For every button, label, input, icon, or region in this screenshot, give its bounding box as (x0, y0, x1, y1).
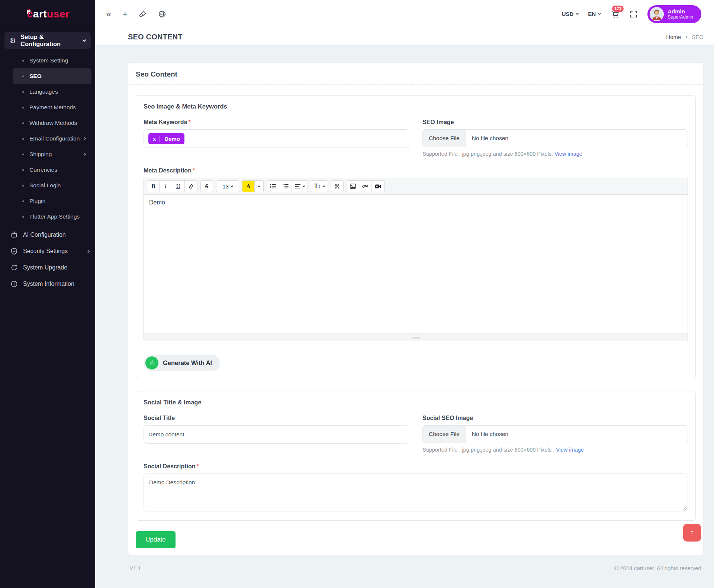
breadcrumb-current: SEO (692, 34, 704, 40)
resize-grip-icon (412, 336, 420, 339)
editor-resize-bar[interactable] (144, 333, 688, 341)
breadcrumb: Home SEO (666, 34, 704, 40)
social-title-input[interactable] (144, 425, 409, 444)
keyword-tag-text: Demo (160, 136, 180, 142)
update-button[interactable]: Update (136, 531, 176, 548)
section-seo-image-meta-keywords: Seo Image & Meta Keywords Meta Keywords*… (136, 95, 696, 379)
editor-fullscreen-button[interactable] (331, 180, 344, 192)
keyword-tag: x Demo (148, 133, 184, 144)
italic-button[interactable]: I (160, 180, 172, 192)
currency-value: USD (562, 11, 574, 17)
sidebar-item-languages[interactable]: Languages (13, 84, 91, 100)
clear-cache-brush-icon[interactable] (139, 10, 147, 18)
choose-file-button[interactable]: Choose File (423, 426, 466, 443)
sidebar-item-social-login[interactable]: Social Login (13, 178, 91, 193)
seo-image-file-input[interactable]: Choose File No file chosen (422, 129, 688, 147)
bold-button[interactable]: B (147, 180, 160, 192)
sidebar-item-flutter-app-settings[interactable]: Flutter App Settings (13, 209, 91, 224)
remove-tag-button[interactable]: x (153, 136, 156, 142)
robot-icon (10, 231, 18, 239)
sidebar-item-system-setting[interactable]: System Setting (13, 53, 91, 68)
sidebar-item-payment-methods[interactable]: Payment Methods (13, 100, 91, 115)
brand-logo[interactable]: cartuser (0, 0, 95, 28)
bullet-icon (22, 75, 24, 77)
social-seo-image-file-input[interactable]: Choose File No file chosen (422, 425, 688, 443)
unordered-list-button[interactable] (267, 180, 279, 192)
paragraph-align-dropdown[interactable] (292, 180, 308, 192)
sidebar-item-currencies[interactable]: Currencies (13, 162, 91, 178)
footer: V1.1 © 2024 cartuser. All rights reserve… (128, 555, 704, 571)
sidebar-item-plugin[interactable]: Plugin (13, 193, 91, 209)
globe-icon[interactable] (158, 10, 166, 18)
sidebar-item-ai-configuration[interactable]: AI Configuration (0, 227, 95, 243)
bullet-icon (22, 60, 24, 62)
sidebar-item-label: Social Login (29, 182, 61, 189)
file-hint: Supported File : jpg,png,jpeg and size 6… (422, 447, 688, 453)
sidebar-main-menu: AI Configuration Security Settings Syste… (0, 225, 95, 294)
admin-name: Admin (668, 8, 693, 14)
fullscreen-icon[interactable] (630, 10, 638, 18)
meta-keywords-input[interactable]: x Demo (144, 129, 409, 148)
view-image-link[interactable]: View image (556, 447, 584, 453)
topbar: « + USD EN 1 (95, 0, 714, 28)
sidebar-item-withdraw-methods[interactable]: Withdraw Methods (13, 115, 91, 131)
scroll-to-top-button[interactable]: ↑ (683, 524, 701, 542)
chevron-right-icon (86, 249, 90, 253)
line-height-group: T↕ (311, 180, 328, 192)
choose-file-button[interactable]: Choose File (423, 130, 466, 147)
font-size-dropdown[interactable]: 13 (216, 180, 239, 192)
topbar-left: « + (106, 10, 166, 19)
strikethrough-button[interactable]: S (200, 180, 213, 192)
line-height-dropdown[interactable]: T↕ (311, 180, 328, 192)
sidebar-group-setup-configuration[interactable]: ⚙ Setup & Configuration (4, 32, 91, 49)
social-seo-image-label: Social SEO Image (422, 415, 688, 421)
eraser-button[interactable] (185, 180, 197, 192)
view-image-link[interactable]: View image (554, 151, 582, 157)
sidebar-submenu: System Setting SEO Languages Payment Met… (0, 51, 95, 225)
admin-profile-button[interactable]: Admin SuperAdmin (647, 5, 701, 23)
chevron-right-icon (83, 153, 86, 156)
sidebar-item-label: AI Configuration (23, 232, 66, 238)
font-color-dropdown[interactable] (255, 180, 264, 192)
chevron-right-icon (83, 137, 86, 140)
breadcrumb-home-link[interactable]: Home (666, 34, 681, 40)
editor-toolbar: B I U S 13 (144, 178, 688, 195)
fullscreen-group (331, 180, 344, 192)
social-title-field: Social Title (144, 415, 409, 453)
font-color-button[interactable]: A (242, 180, 255, 192)
sidebar-item-system-upgrade[interactable]: System Upgrade (0, 259, 95, 276)
sidebar-item-system-information[interactable]: System Information (0, 276, 95, 292)
insert-link-button[interactable] (359, 180, 372, 192)
insert-button-group (347, 180, 385, 192)
sidebar-item-shipping[interactable]: Shipping (13, 146, 91, 162)
bullet-icon (22, 185, 24, 187)
bullet-icon (22, 107, 24, 109)
required-mark: * (193, 167, 195, 174)
avatar (650, 7, 664, 21)
seo-content-card: Seo Content Seo Image & Meta Keywords Me… (128, 62, 704, 555)
currency-select[interactable]: USD (562, 11, 579, 17)
font-size-group: 13 (216, 180, 239, 192)
insert-image-button[interactable] (347, 180, 359, 192)
generate-with-ai-button[interactable]: Generate With AI (144, 355, 220, 371)
cart-button[interactable]: 171 (610, 9, 620, 19)
editor-content[interactable]: Demo (144, 195, 688, 333)
sidebar-item-label: System Information (23, 281, 74, 287)
sidebar-item-label: Flutter App Settings (29, 213, 80, 220)
sidebar-item-security-settings[interactable]: Security Settings (0, 243, 95, 259)
sidebar-item-label: Languages (29, 88, 58, 95)
rich-text-editor: B I U S 13 (144, 178, 688, 341)
collapse-sidebar-icon[interactable]: « (106, 10, 111, 19)
social-description-label: Social Description* (144, 463, 688, 470)
list-button-group (267, 180, 308, 192)
social-description-textarea[interactable]: Demo Description (144, 474, 688, 511)
language-select[interactable]: EN (588, 11, 601, 17)
sidebar-item-email-configuration[interactable]: Email Configuration (13, 131, 91, 146)
section-heading: Social Title & Image (144, 399, 688, 406)
ordered-list-button[interactable] (279, 180, 292, 192)
app-root: cartuser ⚙ Setup & Configuration System … (0, 0, 714, 588)
sidebar-item-seo[interactable]: SEO (13, 68, 91, 84)
insert-video-button[interactable] (372, 180, 385, 192)
add-new-icon[interactable]: + (122, 10, 128, 19)
underline-button[interactable]: U (172, 180, 185, 192)
